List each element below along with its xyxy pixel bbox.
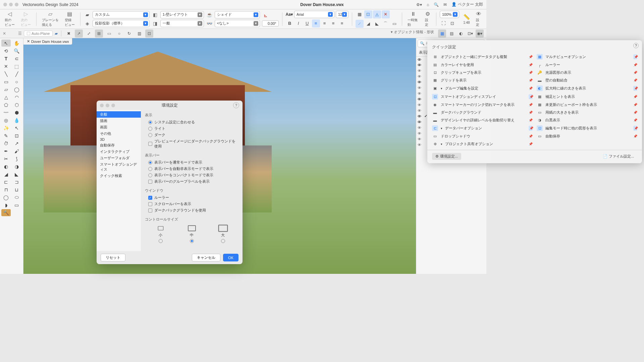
mode8[interactable]: ▥ [135,29,143,38]
mode1[interactable]: ✖ [65,29,73,38]
tool-pen[interactable]: ✒ [1,147,11,155]
snap2-icon[interactable]: ◬ [373,10,381,18]
register-view-button[interactable]: ▤登録 ビュー [63,10,77,28]
tool-eyedrop[interactable]: 💧 [12,117,21,124]
tool-m12[interactable]: ▭ [12,201,21,208]
mode5[interactable]: ▭ [105,29,113,38]
size-small[interactable]: 小 [157,225,165,243]
sidebar-item-8[interactable]: スマートオプションディス [97,161,141,173]
sidebar-item-1[interactable]: 描画 [97,118,141,124]
home-icon[interactable]: ⌂ [427,2,429,7]
tool-line[interactable]: ╲ [1,70,11,77]
tool-zoom[interactable]: 🔍 [12,47,21,54]
snap-off-icon[interactable]: ✕ [382,10,390,18]
quick-item-l10[interactable]: ▭ドロップシャドウ📌 [430,132,486,140]
tool-wand[interactable]: ✨ [1,124,11,131]
sidebar-item-7[interactable]: ユーザーフォルダ [97,155,141,161]
radio-bar-compact[interactable]: 表示バーをコンパクトモードで表示 [145,172,238,178]
config-button[interactable]: 👁設定 [474,10,484,28]
size-large[interactable]: 大 [219,225,227,243]
tool-brush[interactable]: 🖌 [12,147,21,155]
edge3-icon[interactable]: ⌒ [382,20,390,28]
general-dropdown[interactable]: 一般▼ [160,20,204,27]
mode2[interactable]: ↗ [75,29,83,38]
dlg-min[interactable] [106,104,109,107]
quick-item-l4[interactable]: ▣▾グループ編集を設定📌 [430,84,486,93]
reset-button[interactable]: リセット [101,254,125,261]
scale-button[interactable]: 📏1:48 [461,13,472,25]
view-opt1[interactable]: ◐ [457,29,465,38]
quick-item-l6[interactable]: ◉スマートマーカーのリンク切れマークを表示📌 [430,101,486,109]
sidebar-item-3[interactable]: その他 [97,130,141,137]
tab-close-icon[interactable]: ✕ [27,39,30,44]
quick-item-l9[interactable]: ⊏▾データバーオプション📌 [430,124,486,132]
quick-item-l7[interactable]: ▬ダークバックグラウンド📌 [430,109,486,116]
settings-button[interactable]: ⚙設定 [423,10,433,28]
pause-button[interactable]: ⏸一時無効 [406,10,421,28]
view-grid[interactable]: ▦ [438,29,446,38]
radio-bar-normal[interactable]: 表示バーを通常モードで表示 [145,159,238,166]
cancel-button[interactable]: キャンセル [192,254,220,261]
radio-system[interactable]: システム設定に合わせる [145,119,238,125]
radio-dark[interactable]: ダーク [145,132,238,138]
tool-m10[interactable]: ⬭ [12,194,21,201]
fit-icon[interactable]: ⛶ [440,19,448,27]
mode3[interactable]: ⤢ [85,29,93,38]
snap1-icon[interactable]: ⊡ [364,10,372,18]
quick-item-l1[interactable]: ▤カラーレイヤを使用📌 [430,61,486,69]
nav-next-button[interactable]: ▷次の ビュー [19,10,33,28]
close-light[interactable] [3,3,7,6]
ok-button[interactable]: OK [223,254,238,261]
underline-button[interactable]: U [303,19,311,27]
tool-curve[interactable]: 〰 [1,109,11,116]
zoom-dropdown[interactable]: 100%▼ [440,11,459,18]
min-light[interactable] [9,3,13,6]
check-group[interactable]: 表示バーのグループラベルを表示 [145,178,238,185]
tool-poly2[interactable]: ⬡ [12,101,21,108]
fit2-icon[interactable]: ⊡ [448,19,457,27]
tool-rect2[interactable]: ▱ [1,86,11,93]
nav-prev-button[interactable]: ◁前の ビュー [3,10,17,28]
tool-edit1[interactable]: ✎ [1,132,11,139]
size-medium[interactable]: 中 [188,225,196,243]
edge4-icon[interactable]: ▭ [390,20,398,28]
font-dropdown[interactable]: Arial▼ [294,11,334,18]
tool-m4[interactable]: ◣ [12,171,21,178]
tool-cut[interactable]: ✂ [1,155,11,162]
projection-dropdown[interactable]: 投影投影（標準）▼ [93,20,150,27]
quick-item-l5[interactable]: ⊡スマートオプションディスプレイ📌 [430,93,486,101]
tool-poly[interactable]: ⬠ [1,101,11,108]
fontsize-dropdown[interactable]: 12▼ [336,11,348,18]
tool-m9[interactable]: ◯ [1,194,11,201]
tool-select[interactable]: ↖ [1,40,11,47]
close-icon[interactable]: ✕ [3,31,6,36]
tool-m3[interactable]: ◢ [1,171,11,178]
radio-bar-auto[interactable]: 表示バーを自動非表示モードで表示 [145,166,238,172]
tool-tri[interactable]: △ [1,94,11,101]
sidebar-item-9[interactable]: クイック検索 [97,173,141,179]
sidebar-item-6[interactable]: インタラクティブ [97,148,141,155]
tool-arrow[interactable]: ↗ [12,140,21,147]
help-button[interactable]: ? [233,102,239,108]
tool-m11[interactable]: ◗ [1,201,11,208]
tool-m5[interactable]: ⊏ [1,178,11,185]
mode9[interactable]: ⊡ [145,29,153,38]
arc-icon[interactable]: ⟋ [356,20,364,28]
sidebar-item-2[interactable]: 画面 [97,124,141,130]
quick-item-l11[interactable]: ⊕▾プロジェクト共有オプション📌 [430,140,486,148]
view-opt3[interactable]: ◉▾ [476,29,484,38]
tool-text[interactable]: T [1,55,11,62]
gear-icon[interactable]: ⚙▾ [416,2,422,7]
tool-rect[interactable]: ▭ [1,78,11,85]
tool-spiral[interactable]: ◎ [1,117,11,124]
tool-timer[interactable]: ⏱ [1,140,11,147]
dlg-max[interactable] [111,104,115,107]
tool-pan[interactable]: ✋ [12,40,21,47]
quick-item-l8[interactable]: ▬デザインレイヤの詳細レベルを自動切り替え📌 [430,116,486,124]
sidebar-item-5[interactable]: 自動保存 [97,142,141,148]
tool-curve2[interactable]: ⟆ [12,155,21,162]
sidebar-item-0[interactable]: 全般 [97,111,141,118]
tool-3d[interactable]: ⬚ [12,63,21,70]
sidebar-item-4[interactable]: 3D [97,137,141,142]
tool-ellipse[interactable]: ○ [12,78,21,85]
